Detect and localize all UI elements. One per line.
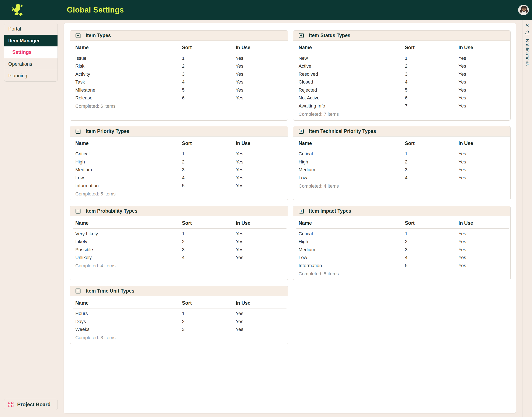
cell-sort: 1: [182, 231, 236, 237]
cell-sort: 1: [405, 56, 459, 61]
cell-name: Low: [296, 175, 405, 181]
cell-in-use: Yes: [236, 95, 286, 101]
cell-name: Risk: [73, 63, 182, 69]
table-row: Closed4Yes: [296, 78, 509, 86]
settings-card-grid: + Item Types Name Sort In Use Issue1YesR…: [64, 23, 516, 344]
table-row: Weeks3Yes: [73, 326, 286, 334]
top-bar: Global Settings: [0, 0, 532, 20]
cell-sort: 2: [405, 159, 459, 165]
cell-in-use: Yes: [236, 63, 286, 69]
sidebar-item-item-manager[interactable]: Item Manager: [4, 35, 57, 46]
column-header-name: Name: [73, 45, 182, 51]
sidebar-item-settings[interactable]: Settings: [4, 46, 57, 58]
table-row: High2Yes: [296, 238, 509, 246]
column-header-in-use: In Use: [459, 141, 509, 146]
cell-sort: 3: [182, 247, 236, 252]
table-body: Issue1YesRisk2YesActivity3YesTask4YesMil…: [73, 53, 286, 102]
table-row: Medium3Yes: [296, 246, 509, 254]
card-header: + Item Types: [70, 31, 288, 41]
cell-sort: 1: [182, 56, 236, 61]
cell-name: Critical: [73, 151, 182, 157]
table-row: Task4Yes: [73, 78, 286, 86]
column-header-in-use: In Use: [236, 300, 286, 306]
cell-in-use: Yes: [236, 255, 286, 260]
cell-in-use: Yes: [459, 167, 509, 173]
cell-sort: 6: [405, 95, 459, 101]
completed-status-text: Completed: 3 items: [73, 335, 286, 341]
cell-in-use: Yes: [236, 247, 286, 252]
table-row: Active2Yes: [296, 62, 509, 70]
cell-name: Information: [296, 263, 405, 268]
cell-name: Unlikely: [73, 255, 182, 260]
column-header-name: Name: [73, 300, 182, 306]
settings-card: + Item Probability Types Name Sort In Us…: [70, 206, 288, 280]
notifications-label[interactable]: Notifications: [525, 39, 530, 66]
card-title: Item Status Types: [309, 33, 350, 38]
cell-sort: 3: [405, 167, 459, 173]
cell-sort: 4: [405, 255, 459, 260]
add-item-button[interactable]: +: [76, 208, 80, 213]
cell-sort: 4: [182, 79, 236, 85]
add-item-button[interactable]: +: [299, 129, 304, 134]
cell-sort: 2: [405, 63, 459, 69]
cell-name: Hours: [73, 311, 182, 316]
add-item-button[interactable]: +: [299, 208, 304, 213]
cell-in-use: Yes: [459, 63, 509, 69]
table-row: Milestone5Yes: [73, 86, 286, 94]
cell-sort: 5: [405, 87, 459, 93]
add-item-button[interactable]: +: [299, 33, 304, 38]
column-header-sort: Sort: [182, 220, 236, 226]
cell-sort: 3: [182, 167, 236, 173]
table-body: Critical1YesHigh2YesMedium3YesLow4Yes: [296, 149, 509, 182]
completed-status-text: Completed: 4 items: [296, 183, 509, 189]
column-header-sort: Sort: [405, 141, 459, 146]
cell-sort: 2: [182, 159, 236, 165]
cell-in-use: Yes: [236, 231, 286, 237]
cell-sort: 2: [182, 319, 236, 324]
sidebar-item-operations[interactable]: Operations: [4, 58, 57, 70]
cell-in-use: Yes: [236, 167, 286, 173]
column-header-name: Name: [73, 220, 182, 226]
card-table: Name Sort In Use Issue1YesRisk2YesActivi…: [73, 41, 286, 109]
table-row: Not Active6Yes: [296, 94, 509, 102]
table-row: Medium3Yes: [296, 166, 509, 174]
column-header-in-use: In Use: [236, 45, 286, 51]
column-header-in-use: In Use: [459, 45, 509, 51]
card-table: Name Sort In Use Critical1YesHigh2YesMed…: [296, 136, 509, 189]
bell-icon[interactable]: [524, 30, 530, 36]
card-table: Name Sort In Use Hours1YesDays2YesWeeks3…: [73, 296, 286, 341]
table-row: Awaiting Info7Yes: [296, 102, 509, 110]
sidebar-item-portal[interactable]: Portal: [4, 23, 57, 35]
card-table: Name Sort In Use Critical1YesHigh2YesMed…: [296, 216, 509, 277]
add-item-button[interactable]: +: [76, 129, 80, 134]
table-row: Resolved3Yes: [296, 70, 509, 78]
table-row: High2Yes: [296, 158, 509, 166]
table-row: Critical1Yes: [296, 150, 509, 158]
table-header-row: Name Sort In Use: [73, 136, 286, 149]
completed-status-text: Completed: 5 items: [73, 191, 286, 197]
table-row: Risk2Yes: [73, 62, 286, 70]
cell-name: Medium: [296, 167, 405, 173]
add-item-button[interactable]: +: [76, 289, 80, 293]
column-header-name: Name: [296, 45, 405, 51]
project-board-button[interactable]: Project Board: [4, 399, 58, 410]
table-row: Activity3Yes: [73, 70, 286, 78]
project-board-label: Project Board: [17, 402, 51, 407]
cell-sort: 1: [405, 231, 459, 237]
column-header-in-use: In Use: [236, 141, 286, 146]
add-item-button[interactable]: +: [76, 33, 80, 38]
cell-name: High: [73, 159, 182, 165]
cell-sort: 4: [182, 175, 236, 181]
column-header-sort: Sort: [405, 220, 459, 226]
cell-in-use: Yes: [236, 72, 286, 77]
user-avatar[interactable]: [518, 5, 529, 15]
cell-name: Medium: [73, 167, 182, 173]
cell-in-use: Yes: [236, 175, 286, 181]
sidebar-item-label: Planning: [8, 73, 27, 79]
table-body: Critical1YesHigh2YesMedium3YesLow4YesInf…: [73, 149, 286, 190]
chevron-double-left-icon[interactable]: «: [525, 22, 529, 28]
sidebar-item-planning[interactable]: Planning: [4, 70, 57, 81]
cell-name: Weeks: [73, 327, 182, 332]
cell-sort: 3: [405, 247, 459, 252]
table-row: New1Yes: [296, 54, 509, 62]
